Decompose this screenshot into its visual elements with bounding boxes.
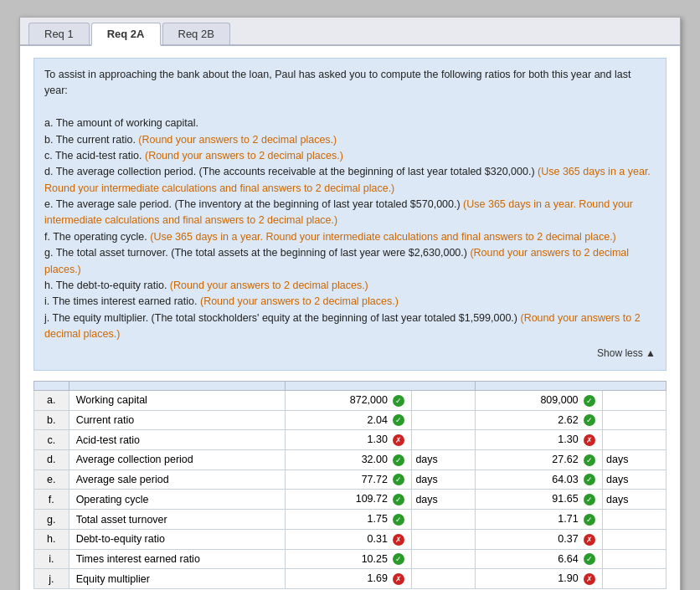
- table-row: g. Total asset turnover 1.75 ✓ 1.71 ✓: [34, 510, 667, 530]
- row-last-year: 1.90 ✗: [476, 569, 603, 589]
- check-icon: ✓: [584, 474, 595, 485]
- row-this-year: 109.72 ✓: [285, 490, 412, 510]
- tab-req2a[interactable]: Req 2A: [91, 23, 161, 46]
- item-d-orange: (Use 365 days in a year. Round your inte…: [44, 166, 651, 193]
- unit-last: [603, 529, 667, 549]
- row-this-year: 0.31 ✗: [285, 529, 412, 549]
- unit-last: days: [603, 469, 667, 490]
- check-icon: ✓: [393, 395, 404, 407]
- check-icon: ✓: [584, 454, 595, 466]
- check-icon: ✓: [584, 414, 595, 426]
- item-b: b. The current ratio. (Round your answer…: [44, 132, 656, 148]
- table-row: f. Operating cycle 109.72 ✓ days 91.65 ✓…: [34, 490, 667, 510]
- item-a: a. The amount of working capital.: [44, 115, 656, 131]
- x-icon: ✗: [393, 534, 404, 546]
- unit-this: days: [412, 490, 476, 510]
- row-last-year: 91.65 ✓: [476, 490, 603, 510]
- item-h-orange: (Round your answers to 2 decimal places.…: [170, 280, 368, 291]
- row-id: e.: [34, 469, 69, 490]
- item-e-orange: (Use 365 days in a year. Round your inte…: [44, 198, 633, 226]
- unit-this: [412, 410, 476, 430]
- row-this-year: 1.30 ✗: [285, 430, 412, 450]
- row-label: Working capital: [69, 390, 285, 410]
- row-id: a.: [34, 390, 69, 410]
- intro-text: To assist in approaching the bank about …: [44, 67, 656, 100]
- table-row: h. Debt-to-equity ratio 0.31 ✗ 0.37 ✗: [34, 529, 667, 549]
- col-header-this-year: [285, 381, 476, 390]
- x-icon: ✗: [393, 573, 404, 585]
- check-icon: ✓: [393, 474, 404, 485]
- row-id: c.: [34, 430, 69, 450]
- info-box: To assist in approaching the bank about …: [33, 58, 667, 371]
- tab-req1[interactable]: Req 1: [28, 23, 90, 44]
- row-this-year: 32.00 ✓: [285, 450, 412, 470]
- row-this-year: 77.72 ✓: [285, 469, 412, 490]
- row-label: Current ratio: [69, 410, 285, 430]
- row-this-year: 10.25 ✓: [285, 549, 412, 569]
- show-less-label[interactable]: Show less ▲: [597, 347, 656, 359]
- row-this-year: 2.04 ✓: [285, 410, 412, 430]
- row-last-year: 809,000 ✓: [476, 390, 603, 410]
- item-g-orange: (Round your answers to 2 decimal places.…: [44, 247, 629, 274]
- x-icon: ✗: [393, 434, 404, 446]
- check-icon: ✓: [393, 454, 404, 466]
- unit-this: [412, 549, 476, 569]
- check-icon: ✓: [584, 395, 595, 407]
- unit-this: [412, 569, 476, 589]
- table-row: a. Working capital 872,000 ✓ 809,000 ✓: [34, 390, 667, 410]
- show-less-btn[interactable]: Show less ▲: [44, 346, 656, 362]
- row-id: i.: [34, 549, 69, 569]
- item-f: f. The operating cycle. (Use 365 days in…: [44, 229, 656, 245]
- x-icon: ✗: [584, 434, 595, 446]
- check-icon: ✓: [393, 553, 404, 565]
- check-icon: ✓: [584, 553, 595, 565]
- main-window: Req 1 Req 2A Req 2B To assist in approac…: [19, 17, 681, 590]
- unit-last: [603, 430, 667, 450]
- check-icon: ✓: [393, 494, 404, 505]
- row-this-year: 1.75 ✓: [285, 510, 412, 530]
- table-row: d. Average collection period 32.00 ✓ day…: [34, 450, 667, 470]
- table-row: b. Current ratio 2.04 ✓ 2.62 ✓: [34, 410, 667, 430]
- unit-this: [412, 510, 476, 530]
- row-label: Equity multiplier: [69, 569, 285, 589]
- table-row: j. Equity multiplier 1.69 ✗ 1.90 ✗: [34, 569, 667, 589]
- results-table: a. Working capital 872,000 ✓ 809,000 ✓ b…: [33, 381, 667, 589]
- table-row: c. Acid-test ratio 1.30 ✗ 1.30 ✗: [34, 430, 667, 450]
- check-icon: ✓: [584, 514, 595, 526]
- tab-req2b[interactable]: Req 2B: [162, 23, 230, 44]
- row-last-year: 27.62 ✓: [476, 450, 603, 470]
- row-id: d.: [34, 450, 69, 470]
- row-id: b.: [34, 410, 69, 430]
- unit-this: [412, 430, 476, 450]
- unit-last: days: [603, 450, 667, 470]
- row-id: f.: [34, 490, 69, 510]
- row-id: j.: [34, 569, 69, 589]
- item-g: g. The total asset turnover. (The total …: [44, 245, 656, 278]
- row-label: Debt-to-equity ratio: [69, 529, 285, 549]
- item-e: e. The average sale period. (The invento…: [44, 197, 656, 229]
- unit-last: [603, 549, 667, 569]
- item-h: h. The debt-to-equity ratio. (Round your…: [44, 278, 656, 294]
- unit-this: [412, 390, 476, 410]
- row-label: Average sale period: [69, 469, 285, 490]
- item-b-orange: (Round your answers to 2 decimal places.…: [138, 134, 337, 146]
- unit-this: days: [412, 450, 476, 470]
- unit-this: [412, 529, 476, 549]
- check-icon: ✓: [584, 494, 595, 505]
- row-id: h.: [34, 529, 69, 549]
- item-j: j. The equity multiplier. (The total sto…: [44, 310, 656, 343]
- check-icon: ✓: [393, 514, 404, 526]
- unit-last: [603, 569, 667, 589]
- row-label: Average collection period: [69, 450, 285, 470]
- unit-last: [603, 510, 667, 530]
- row-label: Operating cycle: [69, 490, 285, 510]
- unit-last: days: [603, 490, 667, 510]
- row-last-year: 0.37 ✗: [476, 529, 603, 549]
- unit-last: [603, 410, 667, 430]
- item-i-orange: (Round your answers to 2 decimal places.…: [200, 295, 399, 307]
- row-last-year: 1.71 ✓: [476, 510, 603, 530]
- unit-last: [603, 390, 667, 410]
- row-this-year: 1.69 ✗: [285, 569, 412, 589]
- table-row: i. Times interest earned ratio 10.25 ✓ 6…: [34, 549, 667, 569]
- x-icon: ✗: [584, 534, 595, 546]
